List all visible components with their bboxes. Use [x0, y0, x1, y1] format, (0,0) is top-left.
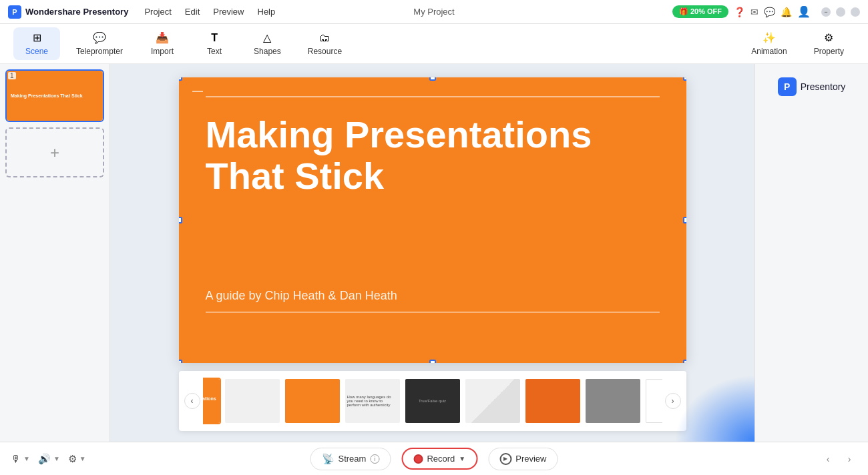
animation-label: Animation	[751, 47, 787, 56]
film-thumb-9-inner	[646, 379, 662, 423]
menu-preview[interactable]: Preview	[213, 7, 244, 17]
text-icon: T	[211, 32, 218, 44]
preview-play-icon: ▶	[499, 453, 511, 465]
sidebar-slide-1[interactable]: 1 Making Presentations That Stick	[5, 69, 104, 122]
teleprompter-label: Teleprompter	[76, 47, 123, 56]
help-icon[interactable]: ❓	[734, 7, 745, 17]
tool-scene[interactable]: ⊞ Scene	[13, 27, 60, 60]
title-bar: P Wondershare Presentory Project Edit Pr…	[0, 0, 868, 24]
stream-info-icon[interactable]: i	[370, 454, 379, 464]
shapes-icon: △	[263, 31, 271, 44]
teleprompter-icon: 💬	[93, 31, 106, 44]
text-label: Text	[207, 47, 222, 56]
film-thumb-3-inner	[285, 379, 340, 423]
tool-resource[interactable]: 🗂 Resource	[297, 28, 353, 60]
handle-top-left[interactable]	[179, 77, 182, 81]
film-thumb-5-inner: True/False quiz	[405, 379, 460, 423]
filmstrip-next-button[interactable]: ›	[665, 393, 681, 409]
add-slide-button[interactable]: +	[5, 127, 104, 177]
mic-arrow-icon: ▼	[23, 455, 30, 462]
handle-bot-right[interactable]	[683, 360, 686, 363]
tool-animation[interactable]: ✨ Animation	[740, 27, 797, 60]
tool-property[interactable]: ⚙ Property	[803, 27, 855, 60]
preview-button[interactable]: ▶ Preview	[488, 448, 558, 470]
bottom-center-controls: 📡 Stream i Record ▼ ▶ Preview	[310, 448, 558, 470]
handle-top-right[interactable]	[683, 77, 686, 81]
right-panel: P Presentory	[754, 64, 868, 442]
menu-help[interactable]: Help	[258, 7, 276, 17]
main-slide[interactable]: Making Presentations That Stick A guide …	[179, 77, 686, 363]
slide-main-title: Making Presentations That Stick	[206, 114, 660, 196]
film-thumb-5[interactable]: True/False quiz	[404, 378, 461, 424]
film-thumb-4[interactable]: How many languages do you need to know t…	[344, 378, 401, 424]
speaker-arrow-icon: ▼	[53, 455, 60, 462]
handle-top-mid[interactable]	[429, 77, 436, 81]
canvas-area: Making Presentations That Stick A guide …	[110, 64, 754, 442]
stream-label: Stream	[339, 454, 367, 464]
app-brand: P Wondershare Presentory	[8, 5, 128, 19]
slide-number-1: 1	[8, 72, 16, 79]
film-thumb-8[interactable]	[584, 378, 642, 424]
property-icon: ⚙	[824, 31, 833, 44]
stream-icon: 📡	[322, 453, 335, 465]
film-thumb-1[interactable]: Making Presentations That Stick	[203, 378, 221, 424]
settings-arrow-icon: ▼	[79, 455, 86, 462]
handle-mid-left[interactable]	[179, 217, 182, 223]
tool-import[interactable]: 📥 Import	[139, 27, 186, 60]
mic-tool[interactable]: 🎙 ▼	[11, 453, 30, 464]
minimize-button[interactable]: −	[821, 7, 831, 17]
film-thumb-9[interactable]	[644, 378, 662, 424]
mail-icon[interactable]: ✉	[750, 7, 758, 17]
toolbar: ⊞ Scene 💬 Teleprompter 📥 Import T Text △…	[0, 24, 868, 64]
import-label: Import	[151, 47, 174, 56]
film-thumb-3[interactable]	[284, 378, 341, 424]
decorative-blob	[674, 375, 754, 442]
film-thumb-2[interactable]	[224, 378, 281, 424]
slide-dash	[192, 91, 203, 92]
record-dropdown-icon[interactable]: ▼	[459, 455, 465, 462]
filmstrip-thumbs: Making Presentations That Stick How many…	[203, 378, 662, 424]
filmstrip: ‹ Making Presentations That Stick How ma…	[179, 371, 686, 431]
slide-subtitle: A guide by Chip Heath & Dan Heath	[206, 289, 397, 303]
record-label: Record	[427, 454, 455, 464]
scene-icon: ⊞	[33, 31, 41, 44]
film-thumb-7-inner	[525, 379, 580, 423]
settings-tool[interactable]: ⚙ ▼	[68, 453, 86, 465]
tool-shapes[interactable]: △ Shapes	[243, 27, 292, 60]
close-button[interactable]: ×	[851, 7, 860, 17]
presentory-logo: P Presentory	[778, 77, 846, 96]
menu-edit[interactable]: Edit	[185, 7, 200, 17]
record-button[interactable]: Record ▼	[401, 448, 477, 470]
shapes-label: Shapes	[254, 47, 281, 56]
slide-bottom-line	[206, 312, 660, 313]
speaker-tool[interactable]: 🔊 ▼	[38, 453, 60, 465]
stream-button[interactable]: 📡 Stream i	[310, 448, 391, 470]
film-thumb-4-inner: How many languages do you need to know t…	[345, 379, 400, 423]
maximize-button[interactable]: □	[836, 7, 845, 17]
handle-bot-left[interactable]	[179, 360, 182, 363]
film-thumb-6[interactable]	[464, 378, 521, 424]
promo-button[interactable]: 🎁 20% OFF	[672, 5, 728, 18]
presentory-logo-text: Presentory	[801, 81, 846, 92]
import-icon: 📥	[156, 31, 169, 44]
scene-label: Scene	[25, 47, 48, 56]
record-dot-icon	[413, 454, 423, 464]
bottom-bar: 🎙 ▼ 🔊 ▼ ⚙ ▼ 📡 Stream i Record ▼ ▶ Previe…	[0, 442, 868, 475]
nav-right-button[interactable]: ›	[841, 451, 857, 467]
handle-bot-mid[interactable]	[429, 360, 436, 363]
filmstrip-prev-button[interactable]: ‹	[184, 393, 200, 409]
property-label: Property	[814, 47, 844, 56]
main-layout: 1 Making Presentations That Stick + Maki…	[0, 64, 868, 442]
film-thumb-2-inner	[225, 379, 280, 423]
tool-text[interactable]: T Text	[191, 28, 238, 60]
menu-project[interactable]: Project	[144, 7, 171, 17]
chat-icon[interactable]: 💬	[764, 7, 775, 17]
handle-mid-right[interactable]	[683, 217, 686, 223]
tool-teleprompter[interactable]: 💬 Teleprompter	[65, 27, 134, 60]
user-avatar[interactable]: 👤	[797, 5, 811, 18]
nav-left-button[interactable]: ‹	[820, 451, 836, 467]
app-icon: P	[8, 5, 21, 19]
title-bar-right: 🎁 20% OFF ❓ ✉ 💬 🔔 👤 − □ ×	[672, 5, 860, 18]
notification-icon[interactable]: 🔔	[781, 7, 792, 17]
film-thumb-7[interactable]	[524, 378, 582, 424]
